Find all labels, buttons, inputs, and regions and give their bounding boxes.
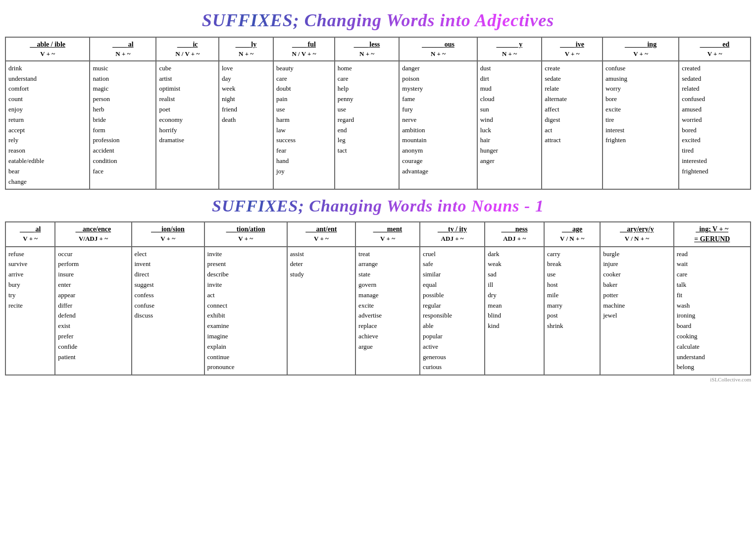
- word: marry: [547, 301, 597, 311]
- noun-header-cell: _ing; V + ~= GERUND: [674, 222, 751, 246]
- word: dry: [488, 290, 541, 301]
- word: harm: [276, 115, 332, 125]
- word: refuse: [8, 249, 52, 260]
- word: confide: [58, 342, 128, 352]
- word: popular: [423, 331, 482, 342]
- word: accept: [8, 125, 87, 136]
- word: recite: [8, 301, 52, 311]
- word: tact: [338, 146, 397, 156]
- word: sedate: [545, 74, 600, 84]
- word: baker: [603, 280, 670, 290]
- word: frighten: [605, 135, 676, 146]
- word: friend: [222, 105, 270, 115]
- word: cube: [159, 63, 216, 74]
- word: beauty: [276, 63, 332, 74]
- word: herb: [93, 105, 153, 115]
- word: arrange: [358, 259, 417, 269]
- adj-header-cell: ____ fulN / V + ~: [273, 37, 335, 61]
- word: penny: [338, 94, 397, 105]
- word: eatable/edible: [8, 156, 87, 166]
- adj-header-cell: __able / ibleV + ~: [5, 37, 90, 61]
- adj-content-cell: createsedaterelatealternateaffectdigesta…: [542, 61, 603, 190]
- word: person: [93, 94, 153, 105]
- adj-header-cell: ____ lyN + ~: [219, 37, 273, 61]
- word: examine: [207, 321, 284, 331]
- word: profession: [93, 135, 153, 146]
- word: created: [682, 63, 748, 74]
- word: interested: [682, 156, 748, 166]
- word: mountain: [402, 135, 474, 146]
- word: create: [545, 63, 600, 74]
- word: post: [547, 311, 597, 321]
- word: success: [276, 135, 332, 146]
- noun-header-cell: ____mentV + ~: [355, 222, 420, 246]
- noun-content-cell: treatarrangestategovernmanageexciteadver…: [355, 247, 420, 375]
- word: sun: [480, 105, 539, 115]
- word: realist: [159, 94, 216, 105]
- word: confuse: [605, 63, 676, 74]
- noun-header-cell: ____nessADJ + ~: [485, 222, 544, 246]
- word: dirt: [480, 74, 539, 84]
- word: blind: [488, 311, 541, 321]
- noun-content-cell: invitepresentdescribeinviteactconnectexh…: [204, 247, 287, 375]
- word: study: [290, 269, 353, 280]
- word: exhibit: [207, 311, 284, 321]
- adj-header-cell: ____ iveV + ~: [542, 37, 603, 61]
- word: digest: [545, 115, 600, 125]
- word: use: [276, 105, 332, 115]
- adj-content-cell: musicnationmagicpersonherbbrideformprofe…: [90, 61, 156, 190]
- word: defend: [58, 311, 128, 321]
- word: belong: [677, 362, 748, 373]
- noun-content-cell: refusesurvivearriveburytryrecite: [5, 247, 55, 375]
- word: dramatise: [159, 135, 216, 146]
- word: regular: [423, 301, 482, 311]
- word: day: [222, 74, 270, 84]
- word: excited: [682, 135, 748, 146]
- noun-header-cell: ___ageV / N + ~: [544, 222, 600, 246]
- word: cooker: [603, 269, 670, 280]
- word: wash: [677, 301, 748, 311]
- word: change: [8, 177, 87, 187]
- word: responsible: [423, 311, 482, 321]
- word: achieve: [358, 331, 417, 342]
- word: survive: [8, 259, 52, 269]
- word: count: [8, 94, 87, 105]
- word: imagine: [207, 331, 284, 342]
- noun-header-cell: ___ant/entV + ~: [287, 222, 355, 246]
- word: form: [93, 125, 153, 136]
- word: injure: [603, 259, 670, 269]
- adj-header-cell: ____ icN / V + ~: [156, 37, 219, 61]
- word: tired: [682, 146, 748, 156]
- noun-header-cell: ___ty / ityADJ + ~: [420, 222, 485, 246]
- word: pronounce: [207, 362, 284, 373]
- word: suggest: [135, 280, 202, 290]
- word: generous: [423, 352, 482, 363]
- nouns-table: ____ alV + ~__ance/enceV/ADJ + ~___ion/s…: [5, 221, 751, 375]
- noun-content-cell: burgleinjurecookerbakerpottermachinejewe…: [600, 247, 673, 375]
- word: relate: [545, 84, 600, 94]
- word: try: [8, 290, 52, 301]
- word: help: [338, 84, 397, 94]
- word: death: [222, 115, 270, 125]
- word: doubt: [276, 84, 332, 94]
- word: excite: [605, 105, 676, 115]
- noun-content-cell: carrybreakusehostmilemarrypostshrink: [544, 247, 600, 375]
- word: excite: [358, 301, 417, 311]
- word: possible: [423, 290, 482, 301]
- word: alternate: [545, 94, 600, 105]
- word: board: [677, 321, 748, 331]
- adj-header-cell: ______ ousN + ~: [399, 37, 477, 61]
- word: anonym: [402, 146, 474, 156]
- word: host: [547, 280, 597, 290]
- word: understand: [8, 74, 87, 84]
- page-title: SUFFIXES; Changing Words into Adjectives: [5, 10, 751, 31]
- word: discuss: [135, 311, 202, 321]
- word: attract: [545, 135, 600, 146]
- word: bear: [8, 166, 87, 177]
- word: regard: [338, 115, 397, 125]
- word: govern: [358, 280, 417, 290]
- word: leg: [338, 135, 397, 146]
- word: occur: [58, 249, 128, 260]
- word: care: [677, 269, 748, 280]
- word: mile: [547, 290, 597, 301]
